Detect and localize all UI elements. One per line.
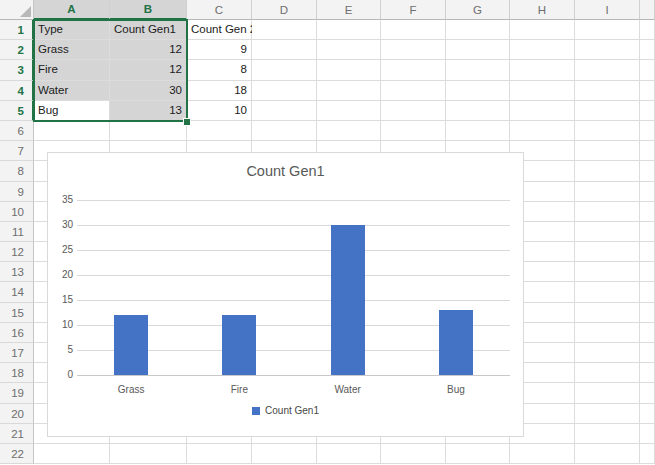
- row-header-11[interactable]: 11: [0, 222, 34, 242]
- row-header-22[interactable]: 22: [0, 444, 34, 464]
- cell-I20[interactable]: [575, 404, 640, 424]
- cell-I6[interactable]: [575, 121, 640, 141]
- cell-I4[interactable]: [575, 81, 640, 101]
- cell-I10[interactable]: [575, 202, 640, 222]
- bar-bug[interactable]: [439, 310, 473, 375]
- cell-partial-20[interactable]: [640, 404, 655, 424]
- cell-partial-12[interactable]: [640, 242, 655, 262]
- column-header-I[interactable]: I: [575, 0, 640, 20]
- cell-I7[interactable]: [575, 141, 640, 161]
- row-header-18[interactable]: 18: [0, 363, 34, 383]
- bar-grass[interactable]: [114, 315, 148, 375]
- cell-I19[interactable]: [575, 383, 640, 403]
- cell-partial-10[interactable]: [640, 202, 655, 222]
- cell-G3[interactable]: [446, 60, 510, 80]
- cell-partial-19[interactable]: [640, 383, 655, 403]
- cell-E4[interactable]: [317, 81, 381, 101]
- cell-partial-15[interactable]: [640, 303, 655, 323]
- cell-partial-22[interactable]: [640, 444, 655, 464]
- cell-A3[interactable]: Fire: [34, 60, 110, 80]
- cell-E5[interactable]: [317, 101, 381, 121]
- column-header-E[interactable]: E: [317, 0, 381, 20]
- cell-partial-8[interactable]: [640, 161, 655, 181]
- cell-F3[interactable]: [381, 60, 446, 80]
- row-header-13[interactable]: 13: [0, 262, 34, 282]
- cell-A6[interactable]: [34, 121, 110, 141]
- cell-B2[interactable]: 12: [110, 40, 187, 60]
- row-header-2[interactable]: 2: [0, 40, 34, 60]
- column-header-B[interactable]: B: [110, 0, 187, 20]
- column-header-G[interactable]: G: [446, 0, 510, 20]
- cell-E3[interactable]: [317, 60, 381, 80]
- cell-I8[interactable]: [575, 161, 640, 181]
- cell-partial-4[interactable]: [640, 81, 655, 101]
- cell-G6[interactable]: [446, 121, 510, 141]
- row-header-5[interactable]: 5: [0, 101, 34, 121]
- cell-G2[interactable]: [446, 40, 510, 60]
- cell-I22[interactable]: [575, 444, 640, 464]
- row-header-10[interactable]: 10: [0, 202, 34, 222]
- cell-partial-17[interactable]: [640, 343, 655, 363]
- cell-B22[interactable]: [110, 444, 187, 464]
- select-all-corner[interactable]: [0, 0, 34, 20]
- row-header-4[interactable]: 4: [0, 81, 34, 101]
- cell-partial-18[interactable]: [640, 363, 655, 383]
- cell-partial-16[interactable]: [640, 323, 655, 343]
- cell-F2[interactable]: [381, 40, 446, 60]
- cell-C6[interactable]: [187, 121, 252, 141]
- cell-partial-7[interactable]: [640, 141, 655, 161]
- cell-G4[interactable]: [446, 81, 510, 101]
- cell-partial-2[interactable]: [640, 40, 655, 60]
- cell-H4[interactable]: [510, 81, 575, 101]
- cell-I11[interactable]: [575, 222, 640, 242]
- cell-I3[interactable]: [575, 60, 640, 80]
- row-header-6[interactable]: 6: [0, 121, 34, 141]
- cell-partial-14[interactable]: [640, 282, 655, 302]
- row-header-1[interactable]: 1: [0, 20, 34, 40]
- cell-B4[interactable]: 30: [110, 81, 187, 101]
- row-header-21[interactable]: 21: [0, 424, 34, 444]
- cell-partial-5[interactable]: [640, 101, 655, 121]
- cell-partial-11[interactable]: [640, 222, 655, 242]
- row-header-19[interactable]: 19: [0, 383, 34, 403]
- cell-A5[interactable]: Bug: [34, 101, 110, 121]
- column-header-A[interactable]: A: [34, 0, 110, 20]
- cell-I15[interactable]: [575, 303, 640, 323]
- row-header-20[interactable]: 20: [0, 404, 34, 424]
- cell-partial-13[interactable]: [640, 262, 655, 282]
- cell-I17[interactable]: [575, 343, 640, 363]
- row-header-9[interactable]: 9: [0, 182, 34, 202]
- cell-I2[interactable]: [575, 40, 640, 60]
- cell-D5[interactable]: [252, 101, 317, 121]
- cell-B6[interactable]: [110, 121, 187, 141]
- cell-G1[interactable]: [446, 20, 510, 40]
- cell-E6[interactable]: [317, 121, 381, 141]
- row-header-12[interactable]: 12: [0, 242, 34, 262]
- cell-E22[interactable]: [317, 444, 381, 464]
- cell-partial-9[interactable]: [640, 182, 655, 202]
- cell-F6[interactable]: [381, 121, 446, 141]
- cell-I9[interactable]: [575, 182, 640, 202]
- cell-D3[interactable]: [252, 60, 317, 80]
- row-header-16[interactable]: 16: [0, 323, 34, 343]
- chart-legend[interactable]: Count Gen1: [48, 405, 523, 416]
- cell-I12[interactable]: [575, 242, 640, 262]
- cell-C3[interactable]: 8: [187, 60, 252, 80]
- cell-I5[interactable]: [575, 101, 640, 121]
- cell-D2[interactable]: [252, 40, 317, 60]
- cell-D6[interactable]: [252, 121, 317, 141]
- cell-H5[interactable]: [510, 101, 575, 121]
- cell-F1[interactable]: [381, 20, 446, 40]
- column-header-C[interactable]: C: [187, 0, 252, 20]
- cell-I1[interactable]: [575, 20, 640, 40]
- cell-I18[interactable]: [575, 363, 640, 383]
- fill-handle[interactable]: [183, 118, 191, 126]
- cell-F22[interactable]: [381, 444, 446, 464]
- cell-H22[interactable]: [510, 444, 575, 464]
- cell-E1[interactable]: [317, 20, 381, 40]
- cell-F5[interactable]: [381, 101, 446, 121]
- chart-title[interactable]: Count Gen1: [48, 163, 523, 179]
- row-header-15[interactable]: 15: [0, 303, 34, 323]
- cell-C4[interactable]: 18: [187, 81, 252, 101]
- cell-D4[interactable]: [252, 81, 317, 101]
